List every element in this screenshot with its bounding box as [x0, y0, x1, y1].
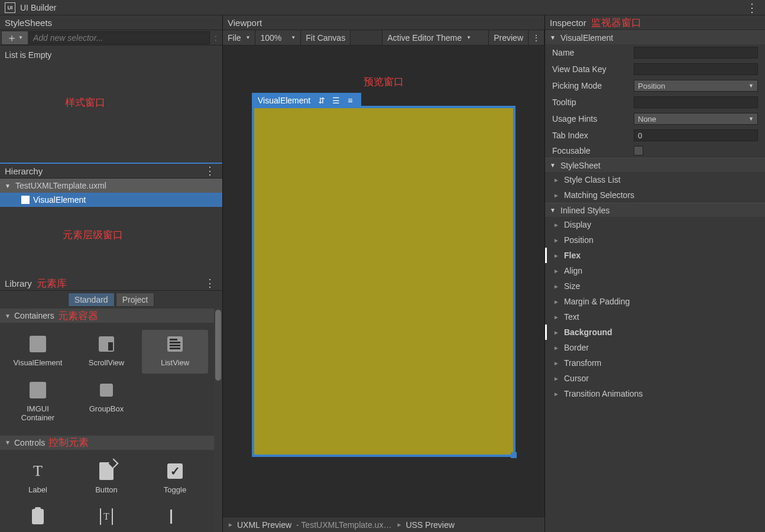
foldout-icon	[553, 375, 560, 382]
groupbox-icon	[100, 384, 113, 397]
library-menu-icon[interactable]: ⋮	[202, 277, 218, 290]
field-usage-hints: Usage Hints None	[545, 111, 765, 127]
uxml-foldout-icon[interactable]	[228, 521, 235, 528]
section-text[interactable]: Text	[545, 309, 765, 325]
foldout-icon	[553, 177, 560, 183]
uss-foldout-icon[interactable]	[396, 521, 403, 528]
tooltip-input[interactable]	[634, 96, 758, 108]
lib-item-extra3[interactable]	[142, 502, 208, 531]
library-scrollbar[interactable]	[214, 309, 222, 532]
annotation-hierarchy: 元素层级窗口	[63, 228, 123, 242]
align-icon[interactable]: ☰	[330, 95, 341, 106]
viewport-toolbar: File 100%▼ Fit Canvas Active Editor Them…	[223, 30, 544, 46]
foldout-icon	[553, 345, 560, 351]
section-flex[interactable]: Flex	[545, 248, 765, 263]
section-position[interactable]: Position	[545, 232, 765, 248]
clipboard-icon	[32, 509, 44, 524]
element-icon	[21, 196, 30, 204]
lib-item-extra1[interactable]	[5, 502, 71, 531]
foldout-icon	[553, 268, 560, 274]
label-icon: T	[33, 462, 43, 480]
field-tooltip: Tooltip	[545, 94, 765, 111]
preview-button[interactable]: Preview	[489, 30, 529, 45]
section-cursor[interactable]: Cursor	[545, 371, 765, 386]
section-matching-selectors[interactable]: Matching Selectors	[545, 187, 765, 203]
viewport-menu-icon[interactable]: ⋮	[529, 30, 544, 45]
textfield-icon: T	[100, 508, 113, 525]
library-section-controls[interactable]: Controls 控制元素	[0, 436, 222, 450]
foldout-icon	[553, 299, 560, 305]
picking-mode-dropdown[interactable]: Position	[634, 80, 758, 92]
foldout-icon	[553, 283, 560, 290]
section-background[interactable]: Background	[545, 325, 765, 340]
theme-dropdown[interactable]: Active Editor Theme	[382, 30, 489, 45]
stylesheets-body: List is Empty 样式窗口	[0, 46, 222, 164]
section-align[interactable]: Align	[545, 263, 765, 278]
hierarchy-file-row[interactable]: TestUXMLTemplate.uxml	[0, 179, 222, 193]
foldout-icon	[5, 313, 12, 319]
tab-standard[interactable]: Standard	[68, 293, 115, 307]
preview-bar: UXML Preview - TestUXMLTemplate.ux… USS …	[223, 517, 544, 532]
foldout-icon	[5, 439, 12, 446]
lib-item-button[interactable]: Button	[73, 457, 140, 501]
list-empty-label: List is Empty	[5, 50, 218, 60]
view-data-key-input[interactable]	[634, 63, 758, 75]
section-transition[interactable]: Transition Animations	[545, 386, 765, 401]
focusable-checkbox[interactable]	[634, 146, 643, 155]
visualelement-icon	[30, 336, 46, 352]
lib-item-label[interactable]: T Label	[5, 457, 71, 501]
lib-item-visualelement[interactable]: VisualElement	[5, 330, 71, 374]
section-margin-padding[interactable]: Margin & Padding	[545, 294, 765, 309]
listview-icon	[167, 336, 183, 352]
usage-hints-dropdown[interactable]: None	[634, 113, 758, 125]
foldout-icon	[550, 207, 557, 213]
canvas[interactable]: VisualElement ⇵ ☰ ≡	[252, 106, 516, 457]
uxml-preview-label[interactable]: UXML Preview	[237, 520, 291, 530]
resize-handle[interactable]	[511, 452, 517, 458]
library-body: Containers 元素容器 VisualElement ScrollView…	[0, 309, 222, 532]
lib-item-toggle[interactable]: ✓ Toggle	[142, 457, 208, 501]
lib-item-extra2[interactable]: T	[73, 502, 140, 531]
pseudo-colon-label[interactable]: :	[210, 33, 221, 43]
titlebar: UI UI Builder ⋮	[0, 0, 765, 15]
foldout-icon[interactable]	[5, 183, 12, 189]
button-icon	[99, 462, 114, 480]
uss-preview-label[interactable]: USS Preview	[406, 520, 454, 530]
foldout-icon	[553, 360, 560, 366]
app-title: UI Builder	[20, 3, 56, 12]
add-stylesheet-button[interactable]: ＋▼	[1, 31, 28, 45]
annotation-containers: 元素容器	[58, 309, 98, 323]
tab-project[interactable]: Project	[116, 293, 155, 307]
lib-item-listview[interactable]: ListView	[142, 330, 208, 374]
section-display[interactable]: Display	[545, 217, 765, 232]
section-size[interactable]: Size	[545, 278, 765, 294]
fit-canvas-button[interactable]: Fit Canvas	[301, 30, 351, 45]
viewport-title: Viewport	[228, 18, 262, 28]
inspector-element-type-header[interactable]: VisualElement	[545, 30, 765, 44]
foldout-icon	[553, 237, 560, 244]
lib-item-imgui[interactable]: IMGUI Container	[5, 376, 71, 429]
flex-direction-icon[interactable]: ⇵	[316, 95, 327, 106]
canvas-element-label: VisualElement	[258, 96, 310, 105]
file-menu-button[interactable]: File	[223, 30, 255, 45]
section-stylesheet[interactable]: StyleSheet	[545, 158, 765, 172]
zoom-level[interactable]: 100%▼	[255, 30, 301, 45]
foldout-icon	[553, 252, 560, 259]
add-selector-input[interactable]: Add new selector...	[29, 31, 210, 44]
library-section-containers[interactable]: Containers 元素容器	[0, 309, 222, 323]
controls-label: Controls	[14, 438, 45, 447]
hierarchy-selected-row[interactable]: VisualElement	[0, 193, 222, 207]
justify-icon[interactable]: ≡	[345, 95, 355, 106]
section-style-class-list[interactable]: Style Class List	[545, 172, 765, 187]
name-input[interactable]	[634, 47, 758, 59]
section-transform[interactable]: Transform	[545, 355, 765, 371]
section-inlined-styles[interactable]: Inlined Styles	[545, 203, 765, 217]
section-border[interactable]: Border	[545, 340, 765, 355]
lib-item-groupbox[interactable]: GroupBox	[73, 376, 140, 429]
titlebar-menu-icon[interactable]: ⋮	[744, 1, 760, 15]
field-view-data-key: View Data Key	[545, 61, 765, 77]
hierarchy-menu-icon[interactable]: ⋮	[202, 164, 218, 177]
lib-item-scrollview[interactable]: ScrollView	[73, 330, 140, 374]
library-header: Library 元素库 ⋮	[0, 276, 222, 291]
tab-index-input[interactable]	[634, 129, 758, 141]
